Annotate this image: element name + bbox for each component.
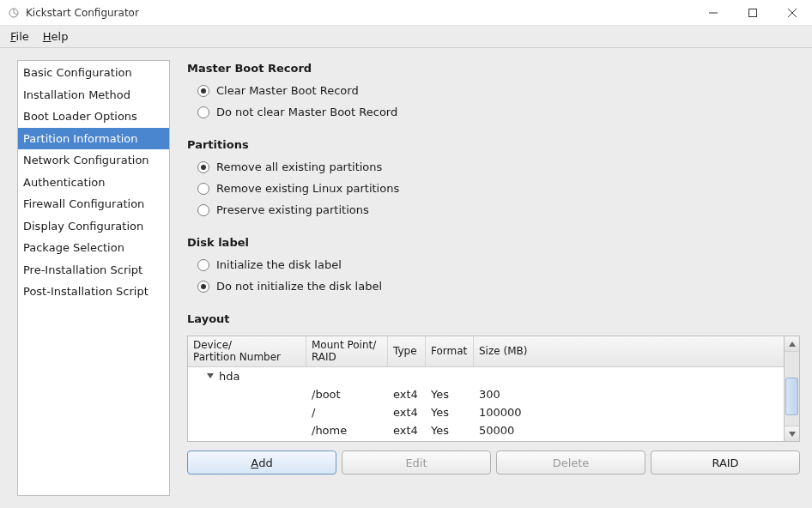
sidebar-item-installation-method[interactable]: Installation Method	[18, 84, 169, 106]
sidebar-item-partition-information[interactable]: Partition Information	[18, 128, 169, 150]
radio-remove-all-partitions[interactable]: Remove all existing partitions	[187, 158, 800, 176]
radio-icon	[197, 204, 209, 216]
device-name: hda	[219, 370, 239, 383]
radio-clear-mbr[interactable]: Clear Master Boot Record	[187, 82, 800, 100]
sidebar-item-basic-configuration[interactable]: Basic Configuration	[18, 62, 169, 84]
table-row-device[interactable]: hda	[188, 367, 784, 385]
radio-label: Do not initialize the disk label	[216, 280, 382, 293]
close-button[interactable]	[773, 0, 812, 26]
radio-label: Clear Master Boot Record	[216, 84, 359, 97]
table-row[interactable]: / ext4 Yes 100000	[188, 403, 784, 421]
cell-device	[188, 423, 306, 438]
sidebar-item-authentication[interactable]: Authentication	[18, 172, 169, 194]
sidebar-item-label: Pre-Installation Script	[23, 263, 142, 276]
maximize-button[interactable]	[733, 0, 773, 26]
content-area: Basic Configuration Installation Method …	[0, 48, 812, 508]
sidebar-item-package-selection[interactable]: Package Selection	[18, 237, 169, 259]
minimize-icon	[709, 9, 718, 17]
col-header-format[interactable]: Format	[426, 336, 474, 366]
section-title-mbr: Master Boot Record	[187, 62, 800, 75]
table-row[interactable]: /boot ext4 Yes 300	[188, 385, 784, 403]
sidebar-item-label: Boot Loader Options	[23, 110, 137, 123]
cell-mount: /boot	[306, 387, 388, 402]
button-row: Add Edit Delete RAID	[187, 451, 800, 475]
radio-label: Do not clear Master Boot Record	[216, 106, 397, 118]
cell-type: ext4	[388, 387, 426, 402]
titlebar-left: Kickstart Configurator	[0, 6, 139, 20]
menu-file[interactable]: File	[3, 27, 36, 45]
table-body: hda /boot ext4 Yes 300 / ext4 Yes	[188, 367, 784, 441]
radio-init-disklabel[interactable]: Initialize the disk label	[187, 256, 800, 274]
radio-remove-linux-partitions[interactable]: Remove existing Linux partitions	[187, 179, 800, 197]
vertical-scrollbar[interactable]	[785, 336, 800, 442]
table-header: Device/ Partition Number Mount Point/ RA…	[188, 336, 784, 367]
radio-label: Remove all existing partitions	[216, 160, 382, 173]
section-title-layout: Layout	[187, 312, 800, 325]
window-title: Kickstart Configurator	[26, 7, 139, 19]
col-header-type[interactable]: Type	[388, 336, 426, 366]
window-controls	[694, 0, 812, 26]
sidebar-item-display-configuration[interactable]: Display Configuration	[18, 215, 169, 238]
scroll-thumb[interactable]	[785, 378, 798, 415]
radio-icon	[197, 183, 209, 195]
cell-type: ext4	[388, 405, 426, 420]
maximize-icon	[748, 9, 757, 17]
partition-table: Device/ Partition Number Mount Point/ RA…	[187, 336, 785, 442]
col-header-mount[interactable]: Mount Point/ RAID	[306, 336, 388, 366]
main-panel: Master Boot Record Clear Master Boot Rec…	[187, 60, 800, 496]
scroll-up-button[interactable]	[785, 336, 799, 352]
radio-icon	[197, 161, 209, 173]
chevron-down-icon	[789, 432, 796, 437]
btn-label: Edit	[405, 457, 427, 469]
scroll-down-button[interactable]	[785, 426, 799, 441]
sidebar-item-label: Installation Method	[23, 88, 130, 101]
sidebar: Basic Configuration Installation Method …	[17, 60, 170, 496]
delete-button[interactable]: Delete	[496, 451, 645, 475]
sidebar-item-label: Partition Information	[23, 132, 138, 145]
cell-size: 100000	[474, 405, 784, 420]
cell-device	[188, 387, 306, 402]
btn-label: RAID	[712, 457, 738, 469]
radio-icon	[197, 259, 209, 271]
sidebar-item-boot-loader-options[interactable]: Boot Loader Options	[18, 106, 169, 128]
expand-icon[interactable]	[207, 373, 214, 378]
raid-button[interactable]: RAID	[651, 451, 800, 475]
sidebar-item-label: Display Configuration	[23, 220, 143, 233]
table-row[interactable]: /home ext4 Yes 50000	[188, 421, 784, 439]
sidebar-item-post-installation-script[interactable]: Post-Installation Script	[18, 281, 169, 303]
sidebar-item-firewall-configuration[interactable]: Firewall Configuration	[18, 193, 169, 215]
sidebar-item-pre-installation-script[interactable]: Pre-Installation Script	[18, 259, 169, 281]
radio-label: Preserve existing partitions	[216, 203, 369, 216]
sidebar-item-network-configuration[interactable]: Network Configuration	[18, 149, 169, 172]
add-button[interactable]: Add	[187, 451, 336, 475]
cell-mount: /	[306, 405, 388, 420]
layout-table-area: Device/ Partition Number Mount Point/ RA…	[187, 336, 800, 442]
cell-size: 300	[474, 387, 784, 402]
minimize-button[interactable]	[694, 0, 733, 26]
col-header-device[interactable]: Device/ Partition Number	[188, 336, 306, 366]
cell-size: 50000	[474, 423, 784, 438]
radio-preserve-partitions[interactable]: Preserve existing partitions	[187, 201, 800, 219]
cell-format: Yes	[426, 387, 474, 402]
menu-bar: File Help	[0, 26, 812, 48]
svg-rect-2	[749, 9, 757, 16]
radio-no-init-disklabel[interactable]: Do not initialize the disk label	[187, 277, 800, 295]
radio-label: Remove existing Linux partitions	[216, 182, 399, 195]
app-icon	[7, 6, 21, 20]
scroll-track[interactable]	[785, 352, 799, 426]
cell-format: Yes	[426, 405, 474, 420]
sidebar-item-label: Package Selection	[23, 241, 124, 254]
col-header-size[interactable]: Size (MB)	[474, 336, 784, 366]
menu-help[interactable]: Help	[36, 27, 76, 45]
btn-label: Delete	[553, 457, 590, 469]
close-icon	[788, 9, 797, 17]
edit-button[interactable]: Edit	[342, 451, 491, 475]
sidebar-item-label: Basic Configuration	[23, 66, 132, 79]
radio-icon	[197, 85, 209, 97]
title-bar: Kickstart Configurator	[0, 0, 812, 26]
radio-do-not-clear-mbr[interactable]: Do not clear Master Boot Record	[187, 103, 800, 121]
sidebar-item-label: Authentication	[23, 176, 105, 189]
section-title-partitions: Partitions	[187, 138, 800, 151]
section-title-disklabel: Disk label	[187, 236, 800, 249]
cell-device	[188, 405, 306, 420]
